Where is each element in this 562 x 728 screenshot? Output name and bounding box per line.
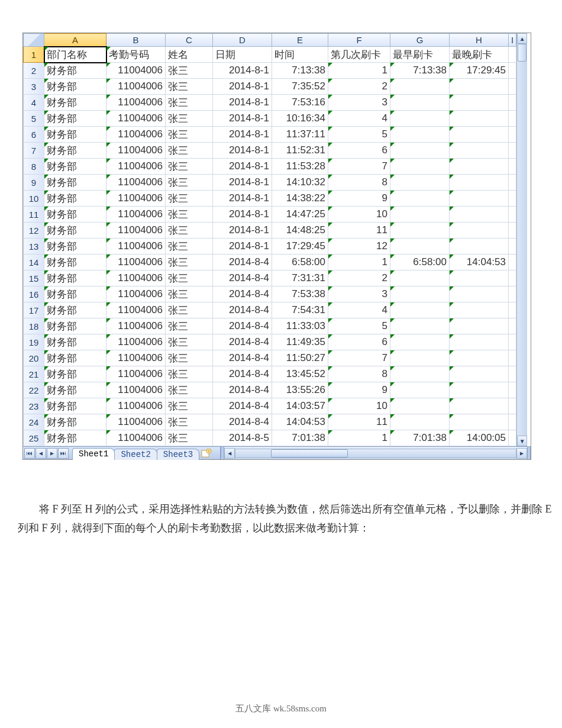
cell[interactable]: 11:33:03 [272,318,328,334]
cell[interactable] [390,143,450,159]
cell[interactable]: 张三 [166,286,213,302]
cell[interactable]: 2014-8-1 [213,143,272,159]
cell[interactable]: 11004006 [106,127,166,143]
cell[interactable] [509,398,516,414]
row-header-1[interactable]: 1 [24,47,44,63]
column-header-I[interactable]: I [509,34,516,47]
cell[interactable]: 财务部 [44,382,106,398]
cell[interactable] [450,270,509,286]
cell[interactable]: 11004006 [106,95,166,111]
cell[interactable]: 14:10:32 [272,175,328,191]
cell[interactable]: 8 [328,175,390,191]
cell[interactable]: 7:01:38 [272,430,328,446]
cell[interactable]: 财务部 [44,366,106,382]
cell[interactable] [509,286,516,302]
cell[interactable] [509,255,516,270]
cell[interactable]: 10 [328,398,390,414]
column-header-G[interactable]: G [390,34,450,47]
cell[interactable] [450,207,509,223]
cell[interactable] [450,382,509,398]
cell[interactable]: 张三 [166,334,213,350]
cell[interactable]: 财务部 [44,255,106,270]
cell[interactable] [390,239,450,255]
cell[interactable] [390,207,450,223]
row-header-8[interactable]: 8 [24,159,44,175]
cell[interactable] [509,63,516,79]
cell[interactable]: 14:38:22 [272,191,328,207]
cell[interactable]: 张三 [166,414,213,430]
cell[interactable]: 张三 [166,79,213,95]
cell[interactable]: 2014-8-4 [213,366,272,382]
row-header-23[interactable]: 23 [24,398,44,414]
cell[interactable] [509,302,516,318]
cell[interactable]: 2014-8-4 [213,286,272,302]
cell[interactable] [450,143,509,159]
cell[interactable] [450,223,509,239]
horizontal-scrollbar[interactable]: ◀ ▶ [220,447,531,459]
cell[interactable]: 10 [328,207,390,223]
cell[interactable]: 财务部 [44,223,106,239]
cell[interactable]: 14:04:53 [450,255,509,270]
cell[interactable]: 部门名称 [44,47,106,63]
cell[interactable]: 2 [328,79,390,95]
sheet-tab-sheet2[interactable]: Sheet2 [114,449,157,460]
cell[interactable]: 1 [328,430,390,446]
cell[interactable] [509,143,516,159]
cell[interactable]: 财务部 [44,95,106,111]
cell[interactable]: 2014-8-1 [213,239,272,255]
sheet-tab-sheet1[interactable]: Sheet1 [72,448,115,460]
cell[interactable]: 2014-8-1 [213,175,272,191]
cell[interactable] [509,127,516,143]
cell[interactable]: 7:13:38 [390,63,450,79]
cell[interactable]: 3 [328,286,390,302]
row-header-12[interactable]: 12 [24,223,44,239]
cell[interactable] [450,159,509,175]
cell[interactable]: 11:53:28 [272,159,328,175]
cell[interactable]: 11004006 [106,430,166,446]
cell[interactable] [450,239,509,255]
cell[interactable] [390,286,450,302]
cell[interactable]: 13:45:52 [272,366,328,382]
cell[interactable]: 7:35:52 [272,79,328,95]
row-header-6[interactable]: 6 [24,127,44,143]
cell[interactable]: 8 [328,366,390,382]
cell[interactable] [450,334,509,350]
row-header-2[interactable]: 2 [24,63,44,79]
row-header-4[interactable]: 4 [24,95,44,111]
last-sheet-button[interactable]: ⏭ [58,448,69,459]
cell[interactable]: 财务部 [44,430,106,446]
column-header-A[interactable]: A [44,34,106,47]
cell[interactable]: 最早刷卡 [390,47,450,63]
cell[interactable]: 日期 [213,47,272,63]
cell[interactable] [390,270,450,286]
cell[interactable]: 财务部 [44,398,106,414]
cell[interactable]: 4 [328,302,390,318]
cell[interactable]: 2014-8-1 [213,63,272,79]
cell[interactable]: 11:49:35 [272,334,328,350]
cell[interactable]: 14:04:53 [272,414,328,430]
cell[interactable]: 11004006 [106,398,166,414]
cell[interactable] [450,366,509,382]
cell[interactable]: 张三 [166,223,213,239]
cell[interactable] [390,366,450,382]
insert-sheet-button[interactable] [200,448,213,459]
cell[interactable]: 2014-8-4 [213,350,272,366]
row-header-18[interactable]: 18 [24,318,44,334]
column-header-B[interactable]: B [106,34,166,47]
cell[interactable]: 11004006 [106,175,166,191]
scroll-right-button[interactable]: ▶ [516,448,527,459]
cell[interactable]: 11004006 [106,350,166,366]
cell[interactable]: 财务部 [44,286,106,302]
cell[interactable]: 7 [328,350,390,366]
cell[interactable]: 11004006 [106,143,166,159]
hsplit-handle[interactable] [527,447,531,459]
cell[interactable]: 11 [328,414,390,430]
cell[interactable]: 2014-8-4 [213,318,272,334]
horizontal-scroll-thumb[interactable] [271,449,348,458]
cell[interactable] [450,414,509,430]
cell[interactable]: 张三 [166,63,213,79]
cell[interactable]: 10:16:34 [272,111,328,127]
row-header-20[interactable]: 20 [24,350,44,366]
cell[interactable]: 11004006 [106,302,166,318]
row-header-22[interactable]: 22 [24,382,44,398]
